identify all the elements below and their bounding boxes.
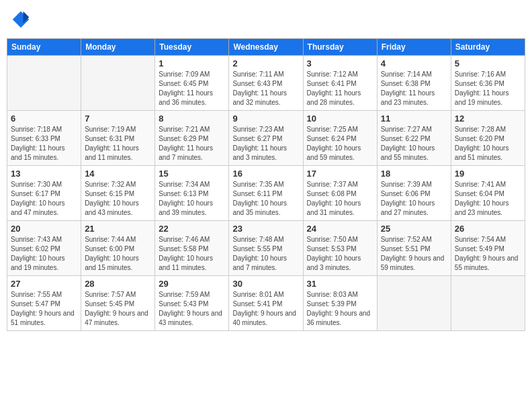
day-info: Sunrise: 8:01 AM Sunset: 5:41 PM Dayligh… xyxy=(232,290,299,328)
calendar-cell: 30Sunrise: 8:01 AM Sunset: 5:41 PM Dayli… xyxy=(229,276,303,331)
day-info: Sunrise: 7:27 AM Sunset: 6:22 PM Dayligh… xyxy=(381,125,447,163)
calendar-cell: 23Sunrise: 7:48 AM Sunset: 5:55 PM Dayli… xyxy=(229,221,303,276)
day-number: 19 xyxy=(455,169,521,179)
day-info: Sunrise: 7:18 AM Sunset: 6:33 PM Dayligh… xyxy=(11,125,77,163)
day-number: 26 xyxy=(455,224,521,234)
calendar-cell: 17Sunrise: 7:37 AM Sunset: 6:08 PM Dayli… xyxy=(303,166,377,221)
day-info: Sunrise: 7:57 AM Sunset: 5:45 PM Dayligh… xyxy=(85,290,151,328)
calendar-cell: 13Sunrise: 7:30 AM Sunset: 6:17 PM Dayli… xyxy=(7,166,81,221)
day-info: Sunrise: 7:21 AM Sunset: 6:29 PM Dayligh… xyxy=(159,125,225,163)
day-number: 8 xyxy=(159,113,225,124)
week-row-2: 6Sunrise: 7:18 AM Sunset: 6:33 PM Daylig… xyxy=(7,111,525,166)
day-number: 22 xyxy=(159,224,225,234)
calendar-cell: 22Sunrise: 7:46 AM Sunset: 5:58 PM Dayli… xyxy=(155,221,229,276)
day-info: Sunrise: 8:03 AM Sunset: 5:39 PM Dayligh… xyxy=(307,290,373,328)
day-info: Sunrise: 7:48 AM Sunset: 5:55 PM Dayligh… xyxy=(232,235,299,273)
day-info: Sunrise: 7:46 AM Sunset: 5:58 PM Dayligh… xyxy=(159,235,225,273)
day-info: Sunrise: 7:55 AM Sunset: 5:47 PM Dayligh… xyxy=(11,290,77,328)
calendar-cell: 28Sunrise: 7:57 AM Sunset: 5:45 PM Dayli… xyxy=(81,276,155,331)
day-number: 1 xyxy=(159,58,225,68)
calendar-cell xyxy=(7,56,81,111)
day-number: 30 xyxy=(232,279,299,289)
logo-icon xyxy=(11,10,30,29)
day-header-thursday: Thursday xyxy=(303,39,377,56)
day-number: 20 xyxy=(11,224,77,234)
day-number: 11 xyxy=(381,113,447,124)
calendar-cell: 1Sunrise: 7:09 AM Sunset: 6:45 PM Daylig… xyxy=(155,56,229,111)
day-number: 7 xyxy=(85,113,151,124)
calendar-cell: 11Sunrise: 7:27 AM Sunset: 6:22 PM Dayli… xyxy=(377,111,451,166)
calendar-cell: 12Sunrise: 7:28 AM Sunset: 6:20 PM Dayli… xyxy=(451,111,525,166)
calendar-cell: 24Sunrise: 7:50 AM Sunset: 5:53 PM Dayli… xyxy=(303,221,377,276)
day-number: 17 xyxy=(307,169,373,179)
calendar-cell: 16Sunrise: 7:35 AM Sunset: 6:11 PM Dayli… xyxy=(229,166,303,221)
day-info: Sunrise: 7:54 AM Sunset: 5:49 PM Dayligh… xyxy=(455,235,521,273)
day-info: Sunrise: 7:59 AM Sunset: 5:43 PM Dayligh… xyxy=(159,290,225,328)
day-header-wednesday: Wednesday xyxy=(229,39,303,56)
calendar-cell: 8Sunrise: 7:21 AM Sunset: 6:29 PM Daylig… xyxy=(155,111,229,166)
week-row-3: 13Sunrise: 7:30 AM Sunset: 6:17 PM Dayli… xyxy=(7,166,525,221)
day-info: Sunrise: 7:50 AM Sunset: 5:53 PM Dayligh… xyxy=(307,235,373,273)
day-number: 4 xyxy=(381,58,447,68)
day-info: Sunrise: 7:43 AM Sunset: 6:02 PM Dayligh… xyxy=(11,235,77,273)
day-number: 5 xyxy=(455,58,521,68)
calendar-cell: 29Sunrise: 7:59 AM Sunset: 5:43 PM Dayli… xyxy=(155,276,229,331)
day-info: Sunrise: 7:34 AM Sunset: 6:13 PM Dayligh… xyxy=(159,180,225,218)
day-info: Sunrise: 7:41 AM Sunset: 6:04 PM Dayligh… xyxy=(455,180,521,218)
day-info: Sunrise: 7:39 AM Sunset: 6:06 PM Dayligh… xyxy=(381,180,447,218)
day-info: Sunrise: 7:37 AM Sunset: 6:08 PM Dayligh… xyxy=(307,180,373,218)
calendar-cell xyxy=(81,56,155,111)
day-info: Sunrise: 7:32 AM Sunset: 6:15 PM Dayligh… xyxy=(85,180,151,218)
calendar-cell: 20Sunrise: 7:43 AM Sunset: 6:02 PM Dayli… xyxy=(7,221,81,276)
calendar-cell: 6Sunrise: 7:18 AM Sunset: 6:33 PM Daylig… xyxy=(7,111,81,166)
day-header-tuesday: Tuesday xyxy=(155,39,229,56)
calendar-cell: 27Sunrise: 7:55 AM Sunset: 5:47 PM Dayli… xyxy=(7,276,81,331)
calendar-cell: 10Sunrise: 7:25 AM Sunset: 6:24 PM Dayli… xyxy=(303,111,377,166)
calendar-cell: 18Sunrise: 7:39 AM Sunset: 6:06 PM Dayli… xyxy=(377,166,451,221)
calendar-cell: 2Sunrise: 7:11 AM Sunset: 6:43 PM Daylig… xyxy=(229,56,303,111)
day-info: Sunrise: 7:16 AM Sunset: 6:36 PM Dayligh… xyxy=(455,70,521,107)
day-number: 3 xyxy=(307,58,373,68)
calendar-cell: 26Sunrise: 7:54 AM Sunset: 5:49 PM Dayli… xyxy=(451,221,525,276)
day-info: Sunrise: 7:14 AM Sunset: 6:38 PM Dayligh… xyxy=(381,70,447,107)
calendar-table: SundayMondayTuesdayWednesdayThursdayFrid… xyxy=(7,38,525,331)
page-header xyxy=(7,7,525,32)
day-info: Sunrise: 7:30 AM Sunset: 6:17 PM Dayligh… xyxy=(11,180,77,218)
day-number: 6 xyxy=(11,113,77,124)
calendar-cell: 21Sunrise: 7:44 AM Sunset: 6:00 PM Dayli… xyxy=(81,221,155,276)
day-number: 21 xyxy=(85,224,151,234)
calendar-cell: 3Sunrise: 7:12 AM Sunset: 6:41 PM Daylig… xyxy=(303,56,377,111)
day-info: Sunrise: 7:28 AM Sunset: 6:20 PM Dayligh… xyxy=(455,125,521,163)
day-number: 2 xyxy=(232,58,299,68)
calendar-cell: 5Sunrise: 7:16 AM Sunset: 6:36 PM Daylig… xyxy=(451,56,525,111)
calendar-cell: 9Sunrise: 7:23 AM Sunset: 6:27 PM Daylig… xyxy=(229,111,303,166)
week-row-1: 1Sunrise: 7:09 AM Sunset: 6:45 PM Daylig… xyxy=(7,56,525,111)
day-number: 16 xyxy=(232,169,299,179)
day-number: 18 xyxy=(381,169,447,179)
day-number: 23 xyxy=(232,224,299,234)
calendar-cell: 7Sunrise: 7:19 AM Sunset: 6:31 PM Daylig… xyxy=(81,111,155,166)
week-row-5: 27Sunrise: 7:55 AM Sunset: 5:47 PM Dayli… xyxy=(7,276,525,331)
week-row-4: 20Sunrise: 7:43 AM Sunset: 6:02 PM Dayli… xyxy=(7,221,525,276)
day-number: 25 xyxy=(381,224,447,234)
logo xyxy=(10,10,33,32)
calendar-cell xyxy=(451,276,525,331)
day-info: Sunrise: 7:11 AM Sunset: 6:43 PM Dayligh… xyxy=(232,70,299,107)
day-info: Sunrise: 7:19 AM Sunset: 6:31 PM Dayligh… xyxy=(85,125,151,163)
day-header-sunday: Sunday xyxy=(7,39,81,56)
day-number: 29 xyxy=(159,279,225,289)
day-header-monday: Monday xyxy=(81,39,155,56)
day-number: 14 xyxy=(85,169,151,179)
calendar-header-row: SundayMondayTuesdayWednesdayThursdayFrid… xyxy=(7,39,525,56)
day-number: 10 xyxy=(307,113,373,124)
day-info: Sunrise: 7:25 AM Sunset: 6:24 PM Dayligh… xyxy=(307,125,373,163)
day-number: 27 xyxy=(11,279,77,289)
day-info: Sunrise: 7:12 AM Sunset: 6:41 PM Dayligh… xyxy=(307,70,373,107)
calendar-cell: 15Sunrise: 7:34 AM Sunset: 6:13 PM Dayli… xyxy=(155,166,229,221)
day-number: 24 xyxy=(307,224,373,234)
day-number: 9 xyxy=(232,113,299,124)
calendar-cell: 25Sunrise: 7:52 AM Sunset: 5:51 PM Dayli… xyxy=(377,221,451,276)
day-number: 13 xyxy=(11,169,77,179)
calendar-cell: 19Sunrise: 7:41 AM Sunset: 6:04 PM Dayli… xyxy=(451,166,525,221)
day-info: Sunrise: 7:44 AM Sunset: 6:00 PM Dayligh… xyxy=(85,235,151,273)
